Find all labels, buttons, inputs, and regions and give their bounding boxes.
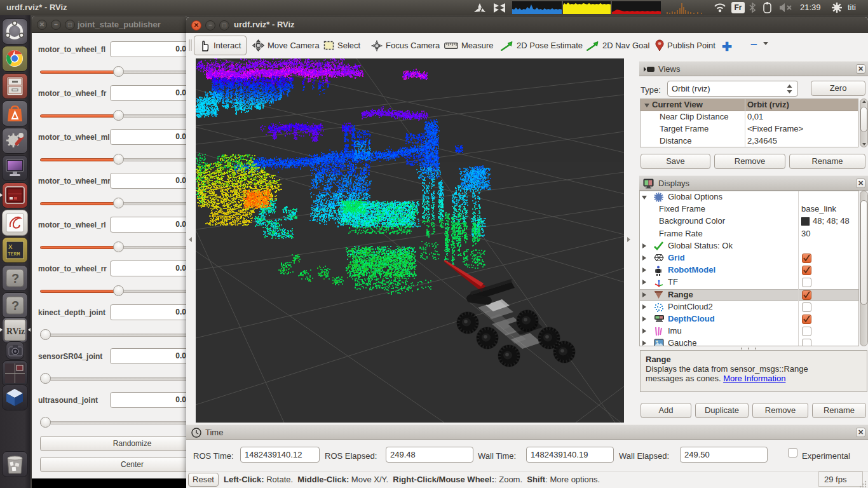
svg-text:X: X	[8, 243, 13, 251]
svg-text:?: ?	[11, 271, 19, 285]
svg-text:TERM: TERM	[8, 251, 20, 257]
svg-text:RViz: RViz	[6, 327, 25, 336]
svg-text:?: ?	[11, 299, 19, 313]
